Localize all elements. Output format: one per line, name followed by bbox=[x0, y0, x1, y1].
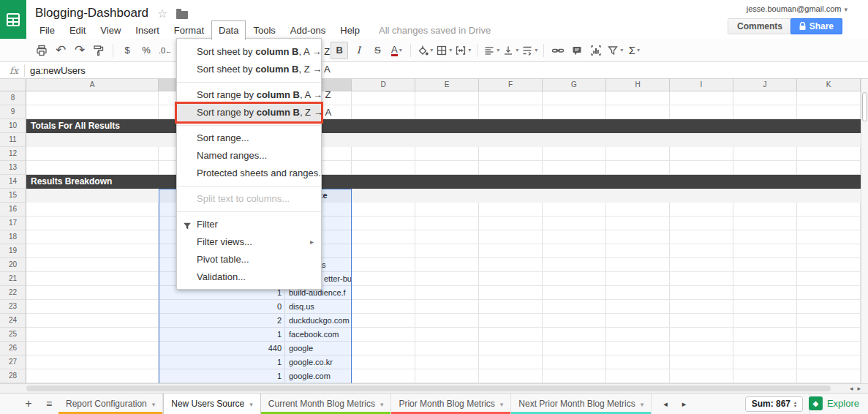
row-header-20[interactable]: 20 bbox=[0, 258, 26, 272]
column-header-D[interactable]: D bbox=[352, 79, 415, 91]
column-header-H[interactable]: H bbox=[606, 79, 670, 91]
decrease-decimal-button[interactable]: .0← bbox=[156, 42, 174, 59]
vertical-align-icon[interactable]: ▾ bbox=[502, 42, 519, 59]
sheet-tab-new-users-source[interactable]: New Users Source▾ bbox=[163, 394, 261, 414]
row-header-24[interactable]: 24 bbox=[0, 314, 26, 328]
row-header-25[interactable]: 25 bbox=[0, 328, 26, 342]
menubar-item-add-ons[interactable]: Add-ons bbox=[283, 20, 333, 40]
row-header-17[interactable]: 17 bbox=[0, 217, 26, 230]
row-header-14[interactable]: 14 bbox=[0, 175, 26, 189]
add-sheet-button[interactable]: + bbox=[18, 394, 39, 414]
menubar-item-view[interactable]: View bbox=[93, 20, 128, 40]
column-header-E[interactable]: E bbox=[415, 79, 479, 91]
percent-format-button[interactable]: % bbox=[137, 42, 155, 59]
menu-item-named-ranges[interactable]: Named ranges... bbox=[177, 147, 321, 165]
prev-sheets-button[interactable]: ◂ bbox=[663, 399, 668, 409]
row-header-27[interactable]: 27 bbox=[0, 355, 26, 369]
menu-item-sort-sheet-by-column-b-z-a[interactable]: Sort sheet by column B, Z → A bbox=[177, 61, 321, 78]
menubar-item-tools[interactable]: Tools bbox=[246, 20, 282, 40]
undo-icon[interactable]: ↶ bbox=[52, 42, 69, 59]
horizontal-scrollbar-thumb[interactable] bbox=[26, 385, 831, 391]
menubar-item-data[interactable]: Data bbox=[211, 20, 246, 40]
column-header-G[interactable]: G bbox=[543, 79, 606, 91]
next-sheets-button[interactable]: ▸ bbox=[682, 399, 687, 409]
currency-format-button[interactable]: $ bbox=[118, 42, 136, 59]
folder-icon[interactable] bbox=[176, 11, 188, 19]
menu-item-split-text-to-columns[interactable]: Split text to columns... bbox=[177, 190, 321, 208]
row-header-8[interactable]: 8 bbox=[0, 91, 26, 105]
row-header-11[interactable]: 11 bbox=[0, 133, 26, 147]
row-header-22[interactable]: 22 bbox=[0, 286, 26, 300]
account-email[interactable]: jesse.bouman@gmail.com▾ bbox=[747, 4, 848, 13]
row-header-16[interactable]: 16 bbox=[0, 203, 26, 217]
menu-item-validation[interactable]: Validation... bbox=[177, 268, 321, 286]
filter-icon[interactable]: ▾ bbox=[606, 42, 624, 59]
menu-item-filter-views[interactable]: Filter views...▸ bbox=[177, 233, 321, 251]
align-icon[interactable]: ▾ bbox=[483, 42, 500, 59]
sheets-logo-icon[interactable] bbox=[0, 0, 26, 39]
sheet-tab-prior-month-blog-metrics[interactable]: Prior Month Blog Metrics▾ bbox=[391, 394, 511, 414]
menu-item-sort-sheet-by-column-b-a-z[interactable]: Sort sheet by column B, A → Z bbox=[177, 43, 321, 61]
row-header-18[interactable]: 18 bbox=[0, 230, 26, 244]
row-header-15[interactable]: 15 bbox=[0, 189, 26, 203]
document-title[interactable]: Blogging-Dashboard bbox=[35, 6, 148, 20]
comments-button[interactable]: Comments bbox=[728, 18, 792, 34]
explore-button[interactable]: ◆ Explore bbox=[809, 396, 859, 410]
row-header-13[interactable]: 13 bbox=[0, 161, 26, 175]
vertical-scrollbar[interactable] bbox=[861, 79, 868, 383]
row-header-10[interactable]: 10 bbox=[0, 119, 26, 133]
tab-menu-icon[interactable]: ▾ bbox=[380, 401, 384, 408]
print-icon[interactable] bbox=[33, 42, 50, 59]
vertical-scrollbar-thumb[interactable] bbox=[862, 92, 867, 121]
menu-item-pivot-table[interactable]: Pivot table... bbox=[177, 251, 321, 268]
menubar-item-file[interactable]: File bbox=[32, 20, 62, 40]
menubar-item-edit[interactable]: Edit bbox=[62, 20, 93, 40]
redo-icon[interactable]: ↷ bbox=[71, 42, 88, 59]
strikethrough-button[interactable]: S bbox=[369, 42, 386, 59]
formula-input[interactable]: ga:newUsers bbox=[30, 65, 86, 76]
sheet-tab-report-configuration[interactable]: Report Configuration▾ bbox=[59, 394, 163, 414]
sheet-tab-current-month-blog-metrics[interactable]: Current Month Blog Metrics▾ bbox=[261, 394, 392, 414]
star-icon[interactable]: ☆ bbox=[157, 7, 167, 20]
italic-button[interactable]: I bbox=[350, 42, 367, 59]
bold-button[interactable]: B bbox=[331, 42, 348, 59]
column-header-I[interactable]: I bbox=[670, 79, 733, 91]
text-color-button[interactable]: A▾ bbox=[388, 42, 405, 59]
column-header-A[interactable]: A bbox=[26, 79, 159, 91]
all-sheets-icon[interactable]: ≡ bbox=[39, 394, 59, 414]
row-header-26[interactable]: 26 bbox=[0, 342, 26, 355]
comment-icon[interactable] bbox=[568, 42, 586, 59]
sheet-tab-next-prior-month-blog-metrics[interactable]: Next Prior Month Blog Metrics▾ bbox=[511, 394, 652, 414]
menu-item-protected-sheets-and-ranges[interactable]: Protected sheets and ranges... bbox=[177, 165, 321, 182]
column-header-F[interactable]: F bbox=[479, 79, 543, 91]
fill-color-icon[interactable]: ▾ bbox=[416, 42, 434, 59]
text-wrap-icon[interactable]: ▾ bbox=[521, 42, 538, 59]
tab-menu-icon[interactable]: ▾ bbox=[249, 401, 253, 408]
row-header-23[interactable]: 23 bbox=[0, 300, 26, 314]
borders-icon[interactable]: ▾ bbox=[435, 42, 453, 59]
column-header-J[interactable]: J bbox=[733, 79, 797, 91]
menu-item-sort-range-by-column-b-z-a[interactable]: Sort range by column B, Z → A bbox=[177, 104, 321, 121]
menubar-item-help[interactable]: Help bbox=[333, 20, 367, 40]
merge-cells-icon[interactable]: ▾ bbox=[454, 42, 472, 59]
horizontal-scrollbar[interactable]: ◂▸ bbox=[0, 383, 868, 393]
select-all-corner[interactable] bbox=[0, 79, 26, 91]
row-header-12[interactable]: 12 bbox=[0, 147, 26, 161]
column-header-K[interactable]: K bbox=[797, 79, 861, 91]
row-header-9[interactable]: 9 bbox=[0, 105, 26, 119]
sum-indicator[interactable]: Sum: 867 ▴▾ bbox=[745, 396, 803, 412]
menu-item-sort-range-by-column-b-a-z[interactable]: Sort range by column B, A → Z bbox=[177, 86, 321, 104]
share-button[interactable]: Share bbox=[790, 18, 842, 34]
tab-menu-icon[interactable]: ▾ bbox=[152, 401, 156, 408]
paint-format-icon[interactable] bbox=[90, 42, 107, 59]
menu-item-sort-range[interactable]: Sort range... bbox=[177, 129, 321, 147]
functions-icon[interactable]: Σ▾ bbox=[625, 42, 643, 59]
row-header-21[interactable]: 21 bbox=[0, 272, 26, 286]
menubar-item-format[interactable]: Format bbox=[167, 20, 211, 40]
link-icon[interactable] bbox=[549, 42, 567, 59]
menu-item-filter[interactable]: Filter bbox=[177, 216, 321, 233]
menubar-item-insert[interactable]: Insert bbox=[128, 20, 167, 40]
row-header-28[interactable]: 28 bbox=[0, 369, 26, 383]
horizontal-scroll-arrows[interactable]: ◂▸ bbox=[850, 385, 865, 392]
chart-icon[interactable] bbox=[587, 42, 605, 59]
